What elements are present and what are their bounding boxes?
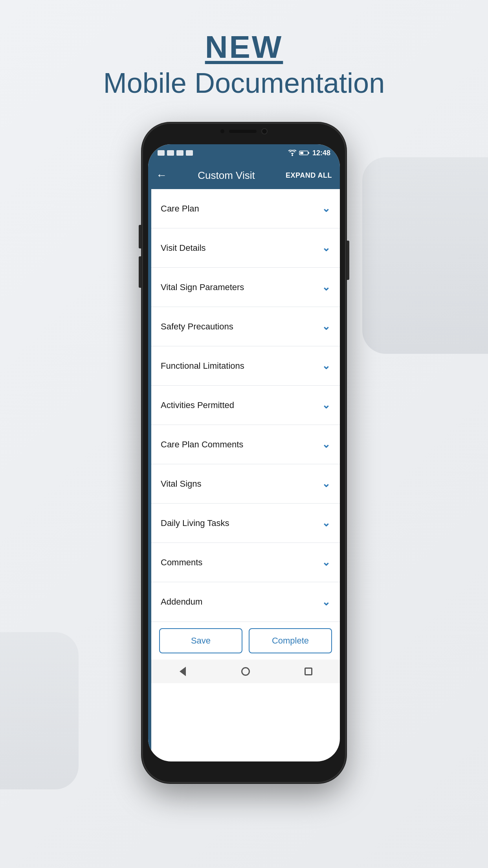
accordion-item-comments[interactable]: Comments⌄ <box>151 543 340 582</box>
chevron-icon-care-plan: ⌄ <box>322 202 330 215</box>
accordion-label-care-plan: Care Plan <box>161 204 199 214</box>
complete-button[interactable]: Complete <box>249 628 332 653</box>
back-nav-button[interactable] <box>177 666 188 677</box>
back-button[interactable]: ← <box>156 169 167 182</box>
bg-shape-left <box>0 632 79 789</box>
chevron-icon-addendum: ⌄ <box>322 596 330 608</box>
phone-screen: ⚡ 12:48 ← Custom Visit EXPAND ALL Care P… <box>148 144 340 761</box>
chevron-icon-functional-limitations: ⌄ <box>322 360 330 372</box>
bottom-buttons-area: Save Complete <box>151 622 340 660</box>
save-button[interactable]: Save <box>159 628 242 653</box>
accordion-item-addendum[interactable]: Addendum⌄ <box>151 582 340 622</box>
accordion-item-vital-sign-parameters[interactable]: Vital Sign Parameters⌄ <box>151 268 340 307</box>
svg-rect-4 <box>300 152 303 154</box>
left-accent-bar <box>148 189 151 761</box>
camera <box>261 128 268 134</box>
svg-point-1 <box>292 154 293 156</box>
accordion-label-vital-signs: Vital Signs <box>161 479 202 489</box>
bg-shape-right <box>362 157 488 354</box>
svg-marker-0 <box>291 153 294 154</box>
accordion-item-safety-precautions[interactable]: Safety Precautions⌄ <box>151 307 340 346</box>
accordion-label-daily-living-tasks: Daily Living Tasks <box>161 518 229 528</box>
wifi-icon <box>288 150 297 156</box>
accordion-label-comments: Comments <box>161 557 202 568</box>
android-nav-bar <box>151 660 340 683</box>
accordion-label-visit-details: Visit Details <box>161 243 206 253</box>
app-header: ← Custom Visit EXPAND ALL <box>148 162 340 189</box>
battery-icon: ⚡ <box>299 150 310 156</box>
app-title: Custom Visit <box>198 169 255 182</box>
status-icon-4 <box>186 150 193 156</box>
accordion-item-care-plan[interactable]: Care Plan⌄ <box>151 189 340 228</box>
header-new-text: NEW <box>103 31 385 63</box>
chevron-icon-activities-permitted: ⌄ <box>322 399 330 411</box>
home-nav-button[interactable] <box>240 666 251 677</box>
chevron-icon-care-plan-comments: ⌄ <box>322 438 330 451</box>
sensor <box>220 129 224 133</box>
accordion-item-functional-limitations[interactable]: Functional Limitations⌄ <box>151 346 340 386</box>
status-icons-left <box>158 150 193 156</box>
volume-down-button[interactable] <box>139 256 141 288</box>
status-icons-right: ⚡ 12:48 <box>288 149 330 157</box>
recents-nav-button[interactable] <box>303 666 314 677</box>
svg-text:⚡: ⚡ <box>309 151 310 155</box>
accordion-label-safety-precautions: Safety Precautions <box>161 322 233 332</box>
accordion-item-visit-details[interactable]: Visit Details⌄ <box>151 228 340 268</box>
accordion-item-activities-permitted[interactable]: Activities Permitted⌄ <box>151 386 340 425</box>
chevron-icon-safety-precautions: ⌄ <box>322 320 330 333</box>
header-subtitle-text: Mobile Documentation <box>103 67 385 99</box>
status-time: 12:48 <box>312 149 330 157</box>
accordion-label-activities-permitted: Activities Permitted <box>161 400 234 410</box>
chevron-icon-visit-details: ⌄ <box>322 242 330 254</box>
accordion-item-care-plan-comments[interactable]: Care Plan Comments⌄ <box>151 425 340 464</box>
speaker <box>229 130 257 133</box>
screen-content: Care Plan⌄Visit Details⌄Vital Sign Param… <box>148 189 340 761</box>
recents-square-icon <box>305 668 312 675</box>
power-button[interactable] <box>347 241 349 280</box>
page-header: NEW Mobile Documentation <box>103 31 385 99</box>
chevron-icon-comments: ⌄ <box>322 556 330 568</box>
accordion-item-daily-living-tasks[interactable]: Daily Living Tasks⌄ <box>151 504 340 543</box>
accordion-label-addendum: Addendum <box>161 597 202 607</box>
expand-all-button[interactable]: EXPAND ALL <box>286 171 332 180</box>
chevron-icon-vital-signs: ⌄ <box>322 478 330 490</box>
accordion-label-functional-limitations: Functional Limitations <box>161 361 244 371</box>
accordion-list: Care Plan⌄Visit Details⌄Vital Sign Param… <box>151 189 340 761</box>
accordion-item-vital-signs[interactable]: Vital Signs⌄ <box>151 464 340 504</box>
status-icon-1 <box>158 150 165 156</box>
phone-device: ⚡ 12:48 ← Custom Visit EXPAND ALL Care P… <box>142 123 346 783</box>
accordion-label-care-plan-comments: Care Plan Comments <box>161 440 243 450</box>
home-circle-icon <box>241 667 250 676</box>
phone-frame: ⚡ 12:48 ← Custom Visit EXPAND ALL Care P… <box>142 123 346 783</box>
back-triangle-icon <box>180 667 186 676</box>
status-bar: ⚡ 12:48 <box>148 144 340 162</box>
status-icon-3 <box>176 150 183 156</box>
chevron-icon-daily-living-tasks: ⌄ <box>322 517 330 529</box>
accordion-container: Care Plan⌄Visit Details⌄Vital Sign Param… <box>151 189 340 622</box>
accordion-label-vital-sign-parameters: Vital Sign Parameters <box>161 282 244 292</box>
camera-area <box>220 128 268 134</box>
volume-up-button[interactable] <box>139 225 141 248</box>
status-icon-2 <box>167 150 174 156</box>
chevron-icon-vital-sign-parameters: ⌄ <box>322 281 330 293</box>
